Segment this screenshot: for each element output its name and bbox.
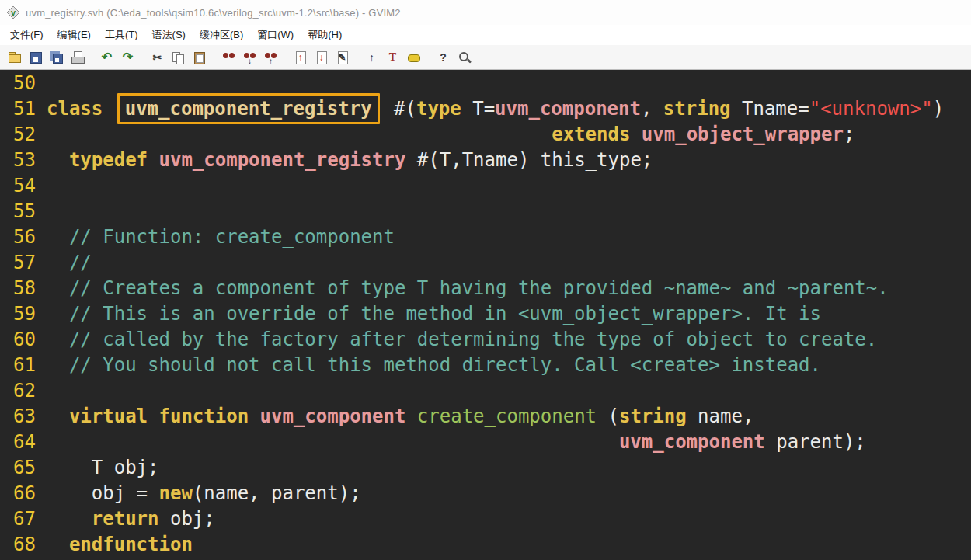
code-line-text [36,71,47,96]
copy-icon [171,50,186,64]
find-help-button[interactable] [454,47,475,68]
line-number: 58 [0,276,36,301]
line-number: 64 [0,430,36,455]
cut-button[interactable]: ✂ [147,47,168,68]
save-session-button[interactable]: ↓ [311,47,332,68]
gvim-window: V uvm_registry.svh (C:\eda_tools\qsim10.… [0,0,971,560]
code-line: 68 endfunction [0,532,971,558]
make-icon: ↑ [364,50,380,64]
code-line-text: // This is an override of the method in … [36,301,821,327]
find-replace-button[interactable] [218,47,239,68]
code-line: 56 // Function: create_component [0,224,971,250]
line-number: 51 [0,96,36,122]
code-line-text: // called by the factory after determini… [36,327,877,353]
load-session-button[interactable]: ↑ [290,47,311,68]
load-session-icon: ↑ [293,50,308,64]
line-number: 57 [0,250,36,276]
code-line: 67 return obj; [0,506,971,532]
menu-tools[interactable]: 工具(T) [98,26,145,44]
code-line: 60 // called by the factory after determ… [0,327,971,353]
run-script-button[interactable]: ✎ [332,47,353,68]
menu-edit[interactable]: 编辑(E) [50,26,98,44]
code-line: 55 [0,199,971,224]
menu-buffers[interactable]: 缓冲区(B) [193,26,250,44]
titlebar: V uvm_registry.svh (C:\eda_tools\qsim10.… [0,0,971,25]
help-icon: ? [436,50,451,64]
find-replace-icon [221,50,237,64]
code-line-text: endfunction [36,532,193,558]
toolbar-separator [424,48,433,67]
code-line: 58 // Creates a component of type T havi… [0,276,971,301]
line-number: 66 [0,481,36,506]
redo-button[interactable]: ↷ [117,47,138,68]
code-line-text: // Creates a component of type T having … [36,276,889,301]
code-line: 62 [0,378,971,404]
toolbar-separator [88,48,96,67]
save-file-icon [28,50,44,64]
print-icon [70,50,85,64]
tag-jump-button[interactable] [403,47,424,68]
code-line-text: return obj; [36,506,215,532]
paste-button[interactable] [189,47,210,68]
find-help-icon [457,50,472,64]
code-line: 61 // You should not call this method di… [0,353,971,378]
redo-icon: ↷ [120,50,136,64]
find-next-button[interactable]: ↓ [239,47,260,68]
find-prev-icon: ↑ [263,50,279,64]
code-line-text: extends uvm_object_wrapper; [36,122,854,148]
open-file-button[interactable] [4,47,25,68]
code-line-text: // [36,250,92,276]
toolbar-separator [281,48,290,67]
open-file-icon [7,50,23,64]
toolbar-separator [210,48,218,67]
toolbar-separator [138,48,147,67]
code-line: 52 extends uvm_object_wrapper; [0,122,971,148]
find-prev-button[interactable]: ↑ [260,47,281,68]
code-line-text: // Function: create_component [36,224,395,250]
menu-syntax[interactable]: 语法(S) [145,26,193,44]
code-line: 65 T obj; [0,455,971,481]
code-line-text [36,199,47,224]
menubar: 文件(F)编辑(E)工具(T)语法(S)缓冲区(B)窗口(W)帮助(H) [0,25,971,45]
run-ctags-button[interactable]: T [382,47,403,68]
save-all-button[interactable] [46,47,67,68]
code-line: 59 // This is an override of the method … [0,301,971,327]
menu-window[interactable]: 窗口(W) [250,26,301,44]
print-button[interactable] [67,47,88,68]
svg-text:V: V [11,9,16,17]
menu-help[interactable]: 帮助(H) [301,26,349,44]
line-number: 50 [0,71,36,96]
code-line-text: virtual function uvm_component create_co… [36,404,753,430]
line-number: 52 [0,122,36,148]
make-button[interactable]: ↑ [361,47,382,68]
code-line-text: // You should not call this method direc… [36,353,821,378]
line-number: 53 [0,148,36,173]
line-number: 62 [0,378,36,404]
undo-button[interactable]: ↶ [96,47,117,68]
code-lines: 5051class uvm_component_registry #(type … [0,71,971,558]
line-number: 63 [0,404,36,430]
line-number: 54 [0,173,36,199]
window-title: uvm_registry.svh (C:\eda_tools\qsim10.6c… [26,7,401,19]
code-line: 66 obj = new(name, parent); [0,481,971,506]
code-line: 63 virtual function uvm_component create… [0,404,971,430]
line-number: 65 [0,455,36,481]
line-number: 67 [0,506,36,532]
menu-file[interactable]: 文件(F) [3,26,50,44]
run-ctags-icon: T [385,50,401,64]
code-line: 64 uvm_component parent); [0,430,971,455]
editor[interactable]: 5051class uvm_component_registry #(type … [0,70,971,560]
line-number: 68 [0,532,36,558]
toolbar: ↶↷✂↓↑↑↓✎↑T? [0,45,971,70]
undo-icon: ↶ [99,50,115,64]
paste-icon [192,50,207,64]
code-line-text: uvm_component parent); [36,430,866,455]
line-number: 60 [0,327,36,353]
copy-button[interactable] [168,47,189,68]
code-line-text [36,173,47,199]
help-button[interactable]: ? [433,47,454,68]
vim-app-icon: V [6,5,20,19]
find-next-icon: ↓ [242,50,258,64]
line-number: 59 [0,301,36,327]
save-file-button[interactable] [25,47,46,68]
